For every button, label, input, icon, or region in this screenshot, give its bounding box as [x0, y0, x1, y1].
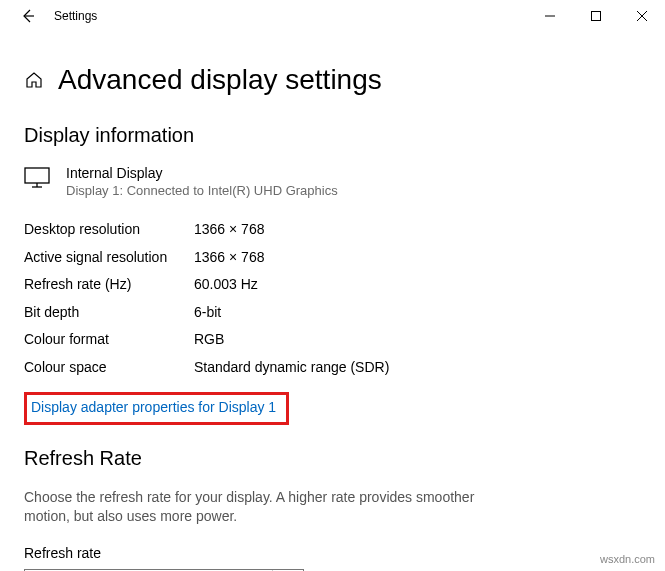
info-row: Colour format RGB [24, 326, 641, 354]
page-title: Advanced display settings [58, 64, 382, 96]
minimize-button[interactable] [527, 0, 573, 32]
info-row: Active signal resolution 1366 × 768 [24, 244, 641, 272]
watermark: wsxdn.com [600, 553, 655, 565]
close-icon [637, 11, 647, 21]
refresh-rate-description: Choose the refresh rate for your display… [24, 488, 484, 527]
refresh-rate-heading: Refresh Rate [24, 447, 641, 470]
refresh-rate-label: Refresh rate [24, 545, 641, 561]
window-controls [527, 0, 665, 32]
back-arrow-icon [20, 8, 36, 24]
window-title: Settings [54, 9, 97, 23]
content-area: Advanced display settings Display inform… [0, 32, 665, 571]
close-button[interactable] [619, 0, 665, 32]
display-info-rows: Desktop resolution 1366 × 768 Active sig… [24, 216, 641, 382]
info-label: Desktop resolution [24, 220, 194, 240]
info-value: 1366 × 768 [194, 220, 264, 240]
info-value: 60.003 Hz [194, 275, 258, 295]
info-label: Colour space [24, 358, 194, 378]
back-button[interactable] [8, 0, 48, 32]
info-label: Colour format [24, 330, 194, 350]
svg-rect-5 [25, 168, 49, 183]
info-label: Active signal resolution [24, 248, 194, 268]
display-adapter-link[interactable]: Display adapter properties for Display 1 [31, 399, 276, 415]
maximize-icon [591, 11, 601, 21]
monitor-icon [24, 167, 50, 189]
info-value: RGB [194, 330, 224, 350]
display-summary-text: Internal Display Display 1: Connected to… [66, 165, 338, 198]
display-name: Internal Display [66, 165, 338, 181]
info-label: Refresh rate (Hz) [24, 275, 194, 295]
home-icon[interactable] [24, 70, 44, 90]
info-value: 6-bit [194, 303, 221, 323]
highlight-box: Display adapter properties for Display 1 [24, 392, 289, 425]
svg-rect-2 [592, 12, 601, 21]
info-value: 1366 × 768 [194, 248, 264, 268]
maximize-button[interactable] [573, 0, 619, 32]
info-row: Desktop resolution 1366 × 768 [24, 216, 641, 244]
info-value: Standard dynamic range (SDR) [194, 358, 389, 378]
minimize-icon [545, 11, 555, 21]
info-row: Colour space Standard dynamic range (SDR… [24, 354, 641, 382]
display-subtitle: Display 1: Connected to Intel(R) UHD Gra… [66, 183, 338, 198]
display-summary: Internal Display Display 1: Connected to… [24, 165, 641, 198]
titlebar: Settings [0, 0, 665, 32]
info-row: Bit depth 6-bit [24, 299, 641, 327]
info-label: Bit depth [24, 303, 194, 323]
page-header: Advanced display settings [24, 64, 641, 96]
display-info-heading: Display information [24, 124, 641, 147]
info-row: Refresh rate (Hz) 60.003 Hz [24, 271, 641, 299]
